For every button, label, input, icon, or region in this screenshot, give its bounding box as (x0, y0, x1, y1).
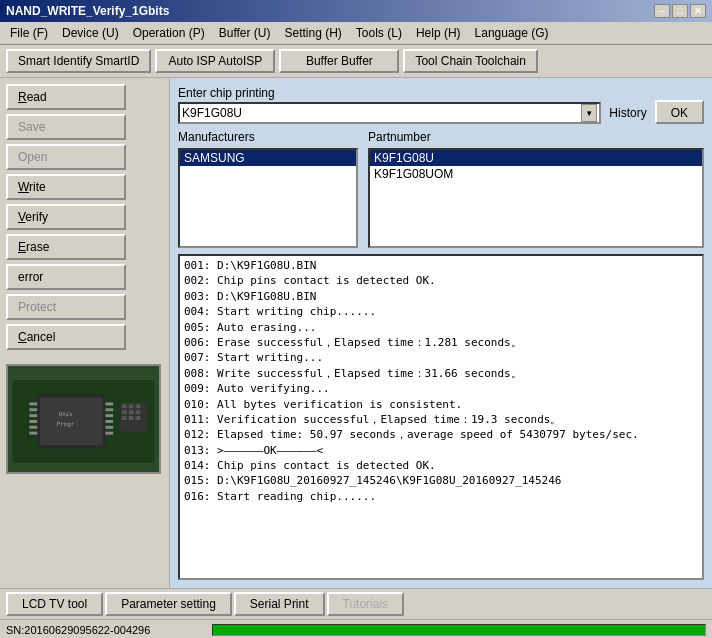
manufacturers-label: Manufacturers (178, 130, 358, 144)
svg-rect-6 (29, 420, 37, 423)
log-line: 007: Start writing... (184, 350, 698, 365)
write-button[interactable]: Write (6, 174, 126, 200)
svg-rect-3 (29, 402, 37, 405)
svg-rect-18 (136, 404, 141, 408)
verify-button[interactable]: Verify (6, 204, 126, 230)
close-button[interactable]: ✕ (690, 4, 706, 18)
serial-print-tab[interactable]: Serial Print (234, 592, 325, 616)
auto-isp-button[interactable]: Auto ISP AutoISP (155, 49, 275, 73)
log-line: 003: D:\K9F1G08U.BIN (184, 289, 698, 304)
log-line: 004: Start writing chip...... (184, 304, 698, 319)
chip-combo[interactable]: K9F1G08U ▼ (178, 102, 601, 124)
mfr-part-row: Manufacturers SAMSUNG Partnumber K9F1G08… (178, 130, 704, 248)
read-button[interactable]: Read (6, 84, 126, 110)
part-k9f1g08uom[interactable]: K9F1G08UOM (370, 166, 702, 182)
bottom-tabs: LCD TV tool Parameter setting Serial Pri… (0, 588, 712, 619)
svg-rect-14 (105, 432, 113, 435)
minimize-button[interactable]: ─ (654, 4, 670, 18)
title-bar: NAND_WRITE_Verify_1Gbits ─ □ ✕ (0, 0, 712, 22)
svg-rect-23 (129, 416, 134, 420)
menu-device[interactable]: Device (U) (56, 24, 125, 42)
svg-rect-16 (122, 404, 127, 408)
menu-file[interactable]: File (F) (4, 24, 54, 42)
chip-value: K9F1G08U (182, 106, 581, 120)
partnumber-list[interactable]: K9F1G08U K9F1G08UOM (368, 148, 704, 248)
main-content: Read Save Open Write Verify Erase error … (0, 78, 712, 588)
menu-operation[interactable]: Operation (P) (127, 24, 211, 42)
status-bar: SN:20160629095622-004296 (0, 619, 712, 638)
log-line: 016: Start reading chip...... (184, 489, 698, 504)
manufacturers-list[interactable]: SAMSUNG (178, 148, 358, 248)
menu-language[interactable]: Language (G) (469, 24, 555, 42)
svg-rect-20 (129, 410, 134, 414)
log-line: 002: Chip pins contact is detected OK. (184, 273, 698, 288)
log-line: 011: Verification successful，Elapsed tim… (184, 412, 698, 427)
menu-buffer[interactable]: Buffer (U) (213, 24, 277, 42)
title-bar-buttons: ─ □ ✕ (654, 4, 706, 18)
error-button[interactable]: error (6, 264, 126, 290)
log-line: 008: Write successful，Elapsed time：31.66… (184, 366, 698, 381)
log-line: 009: Auto verifying... (184, 381, 698, 396)
cancel-button[interactable]: Cancel (6, 324, 126, 350)
manufacturers-column: Manufacturers SAMSUNG (178, 130, 358, 248)
svg-rect-10 (105, 408, 113, 411)
svg-rect-5 (29, 414, 37, 417)
toolbar: Smart Identify SmartID Auto ISP AutoISP … (0, 45, 712, 78)
log-area[interactable]: 001: D:\K9F1G08U.BIN002: Chip pins conta… (178, 254, 704, 580)
combo-dropdown-arrow[interactable]: ▼ (581, 104, 597, 122)
log-line: 014: Chip pins contact is detected OK. (184, 458, 698, 473)
right-panel: Enter chip printing K9F1G08U ▼ History O… (170, 78, 712, 588)
svg-rect-13 (105, 426, 113, 429)
partnumber-label: Partnumber (368, 130, 704, 144)
progress-bar-fill (213, 625, 705, 635)
left-panel: Read Save Open Write Verify Erase error … (0, 78, 170, 588)
tutorials-tab[interactable]: Tutorials (327, 592, 405, 616)
erase-button[interactable]: Erase (6, 234, 126, 260)
log-line: 010: All bytes verification is consisten… (184, 397, 698, 412)
log-line: 001: D:\K9F1G08U.BIN (184, 258, 698, 273)
menu-bar: File (F) Device (U) Operation (P) Buffer… (0, 22, 712, 45)
svg-rect-12 (105, 420, 113, 423)
svg-text:Progr: Progr (57, 421, 75, 428)
menu-setting[interactable]: Setting (H) (279, 24, 348, 42)
protect-button: Protect (6, 294, 126, 320)
open-button: Open (6, 144, 126, 170)
log-line: 006: Erase successful，Elapsed time：1.281… (184, 335, 698, 350)
menu-tools[interactable]: Tools (L) (350, 24, 408, 42)
lcd-tv-tool-tab[interactable]: LCD TV tool (6, 592, 103, 616)
log-line: 005: Auto erasing... (184, 320, 698, 335)
svg-rect-7 (29, 426, 37, 429)
window-title: NAND_WRITE_Verify_1Gbits (6, 4, 169, 18)
buffer-button[interactable]: Buffer Buffer (279, 49, 399, 73)
menu-help[interactable]: Help (H) (410, 24, 467, 42)
svg-rect-11 (105, 414, 113, 417)
log-line: 015: D:\K9F1G08U_20160927_145246\K9F1G08… (184, 473, 698, 488)
svg-rect-17 (129, 404, 134, 408)
svg-rect-8 (29, 432, 37, 435)
svg-text:Univ: Univ (59, 411, 74, 417)
tool-chain-button[interactable]: Tool Chain Toolchain (403, 49, 538, 73)
save-button: Save (6, 114, 126, 140)
svg-rect-21 (136, 410, 141, 414)
svg-rect-19 (122, 410, 127, 414)
maximize-button[interactable]: □ (672, 4, 688, 18)
history-label: History (609, 106, 646, 124)
svg-rect-24 (136, 416, 141, 420)
part-k9f1g08u[interactable]: K9F1G08U (370, 150, 702, 166)
progress-bar-container (212, 624, 706, 636)
parameter-setting-tab[interactable]: Parameter setting (105, 592, 232, 616)
log-line: 012: Elapsed time: 50.97 seconds，average… (184, 427, 698, 442)
svg-rect-22 (122, 416, 127, 420)
smart-identify-button[interactable]: Smart Identify SmartID (6, 49, 151, 73)
log-line: 013: >——————OK——————< (184, 443, 698, 458)
ok-button[interactable]: OK (655, 100, 704, 124)
svg-rect-4 (29, 408, 37, 411)
device-image: Univ Progr (6, 364, 161, 474)
enter-chip-label: Enter chip printing (178, 86, 601, 100)
partnumber-column: Partnumber K9F1G08U K9F1G08UOM (368, 130, 704, 248)
manufacturer-samsung[interactable]: SAMSUNG (180, 150, 356, 166)
serial-number: SN:20160629095622-004296 (6, 624, 206, 636)
svg-rect-9 (105, 402, 113, 405)
log-wrapper: 001: D:\K9F1G08U.BIN002: Chip pins conta… (178, 254, 704, 580)
